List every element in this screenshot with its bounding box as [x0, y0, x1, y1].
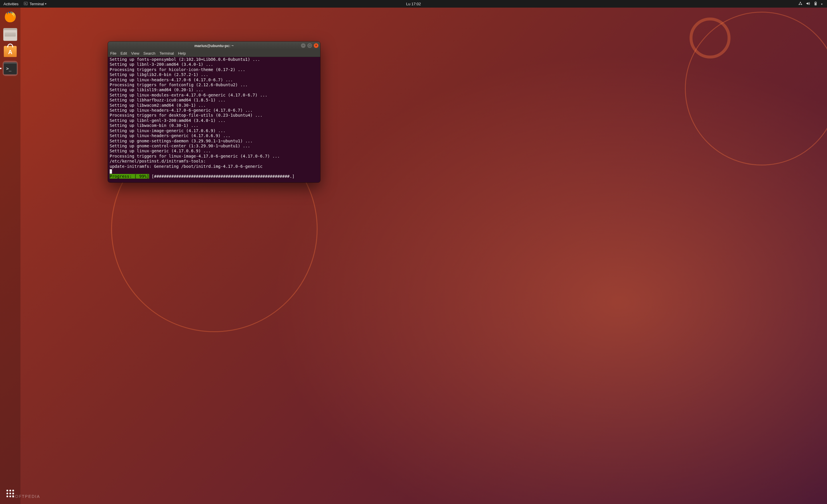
firefox-icon — [4, 10, 17, 24]
software-center-icon — [4, 46, 17, 57]
power-icon[interactable]: ▾ — [821, 1, 825, 6]
svg-rect-6 — [815, 2, 816, 2]
show-applications-button[interactable] — [3, 486, 18, 501]
chevron-down-icon: ▾ — [821, 3, 823, 6]
battery-icon[interactable] — [814, 1, 818, 6]
window-title: marius@ubuntu-pc: ~ — [194, 44, 234, 48]
terminal-cursor — [110, 169, 112, 174]
minimize-button[interactable]: – — [301, 43, 305, 48]
activities-button[interactable]: Activities — [2, 1, 19, 7]
dock-item-files[interactable] — [3, 27, 18, 42]
menu-view[interactable]: View — [131, 51, 139, 56]
maximize-button[interactable]: ▢ — [307, 43, 312, 48]
network-icon[interactable] — [798, 1, 803, 6]
close-button[interactable]: × — [314, 43, 319, 48]
volume-icon[interactable] — [806, 1, 811, 6]
app-menu-label: Terminal — [30, 2, 44, 6]
menu-terminal[interactable]: Terminal — [160, 51, 174, 56]
progress-label: Progress: [ 99%] — [110, 174, 149, 179]
svg-rect-7 — [815, 3, 816, 5]
menu-edit[interactable]: Edit — [120, 51, 127, 56]
clock-label: Lu 17:02 — [406, 2, 421, 6]
activities-label: Activities — [3, 2, 18, 6]
dock-item-firefox[interactable] — [3, 10, 18, 25]
app-menu[interactable]: >_ Terminal ▾ — [22, 1, 48, 7]
terminal-output[interactable]: Setting up fonts-opensymbol (2:102.10+Li… — [108, 57, 320, 181]
top-panel: Activities >_ Terminal ▾ Lu 17:02 ▾ — [0, 0, 827, 8]
menu-search[interactable]: Search — [143, 51, 155, 56]
chevron-down-icon: ▾ — [45, 2, 47, 5]
clock[interactable]: Lu 17:02 — [406, 2, 421, 6]
apps-grid-icon — [6, 490, 14, 497]
menu-help[interactable]: Help — [178, 51, 186, 56]
dock-item-software[interactable] — [3, 44, 18, 59]
svg-text:>_: >_ — [25, 3, 28, 5]
files-icon — [3, 28, 17, 41]
progress-bar: [#######################################… — [149, 174, 297, 179]
dock-item-terminal[interactable] — [3, 61, 18, 76]
terminal-icon — [3, 62, 17, 74]
terminal-window[interactable]: marius@ubuntu-pc: ~ – ▢ × FileEditViewSe… — [108, 42, 320, 183]
window-titlebar[interactable]: marius@ubuntu-pc: ~ – ▢ × — [108, 42, 320, 50]
dock — [0, 8, 20, 504]
menu-file[interactable]: File — [110, 51, 116, 56]
terminal-icon: >_ — [24, 1, 29, 6]
menu-bar: FileEditViewSearchTerminalHelp — [108, 50, 320, 57]
window-controls: – ▢ × — [301, 43, 319, 48]
